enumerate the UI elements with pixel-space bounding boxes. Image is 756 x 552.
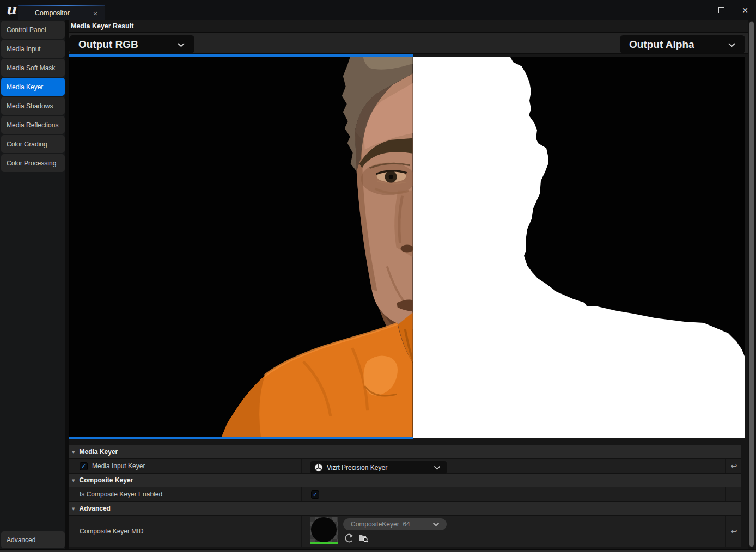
viewer-panel: Media Keyer Result Output RGB Output Alp…: [69, 20, 756, 552]
sidebar-item-label: Media Keyer: [7, 83, 43, 91]
reset-to-default-button[interactable]: ↩: [731, 462, 737, 470]
section-header-media-keyer[interactable]: ▾ Media Keyer: [69, 445, 741, 459]
window-close-button[interactable]: ✕: [739, 4, 752, 17]
sidebar-item-label: Media Reflections: [7, 121, 58, 129]
window-maximize-button[interactable]: [715, 4, 728, 17]
sidebar-item-media-soft-mask[interactable]: Media Soft Mask: [1, 59, 65, 77]
collapse-triangle-icon: ▾: [72, 477, 75, 484]
window-bottom-edge: [0, 550, 756, 552]
output-alpha-label: Output Alpha: [629, 39, 694, 51]
section-header-composite-keyer[interactable]: ▾ Composite Keyer: [69, 474, 741, 487]
tab-label: Compositor: [18, 6, 87, 20]
unreal-logo-icon: u: [4, 0, 18, 19]
sidebar-item-media-keyer[interactable]: Media Keyer: [1, 78, 65, 96]
sidebar-item-media-input[interactable]: Media Input: [1, 40, 65, 58]
keyer-class-dropdown[interactable]: Vizrt Precision Keyer: [310, 461, 447, 474]
vertical-scrollbar: [748, 20, 756, 550]
material-thumbnail-sphere: [311, 517, 337, 542]
section-header-advanced[interactable]: ▾ Advanced: [69, 502, 741, 516]
sidebar-item-color-grading[interactable]: Color Grading: [1, 135, 65, 153]
window-minimize-button[interactable]: —: [691, 4, 704, 17]
details-panel: ▾ Media Keyer ✓ Media Input Keyer: [69, 445, 741, 547]
row-is-composite-keyer-enabled: Is Composite Keyer Enabled ✓: [69, 487, 741, 502]
output-rgb-dropdown[interactable]: Output RGB: [69, 35, 194, 53]
sidebar-item-control-panel[interactable]: Control Panel: [1, 21, 65, 39]
output-rgb-label: Output RGB: [78, 39, 138, 51]
keyed-person-image: [69, 57, 413, 437]
reset-to-default-button[interactable]: ↩: [731, 527, 737, 536]
sidebar-item-label: Control Panel: [7, 26, 46, 34]
sidebar-item-label: Media Soft Mask: [7, 64, 55, 72]
material-thumbnail[interactable]: [310, 517, 338, 544]
alpha-preview-viewport[interactable]: [413, 57, 745, 438]
maximize-icon: [718, 7, 724, 13]
alpha-matte-image: [413, 57, 745, 438]
section-title: Composite Keyer: [80, 476, 133, 484]
sidebar-item-color-processing[interactable]: Color Processing: [1, 154, 65, 172]
collapse-triangle-icon: ▾: [72, 449, 75, 456]
sidebar-item-label: Advanced: [7, 536, 35, 544]
chevron-down-icon: [178, 43, 185, 47]
sidebar-item-media-shadows[interactable]: Media Shadows: [1, 97, 65, 115]
tab-compositor[interactable]: Compositor ✕: [18, 5, 105, 20]
vertical-scrollbar-thumb[interactable]: [749, 21, 754, 547]
sidebar-item-media-reflections[interactable]: Media Reflections: [1, 116, 65, 134]
composite-keyer-mid-value: CompositeKeyer_64: [351, 520, 410, 528]
material-thumbnail-type-bar: [310, 542, 338, 544]
viewer-title: Media Keyer Result: [69, 20, 748, 33]
row-media-input-keyer: ✓ Media Input Keyer Vizrt Precision Keye…: [69, 459, 741, 474]
sidebar-divider: [65, 20, 69, 552]
collapse-triangle-icon: ▾: [72, 505, 75, 512]
media-input-keyer-checkbox[interactable]: ✓: [80, 462, 88, 470]
is-composite-keyer-enabled-checkbox[interactable]: ✓: [311, 490, 319, 499]
browse-to-asset-button[interactable]: [359, 533, 369, 543]
tab-close-icon[interactable]: ✕: [91, 9, 100, 18]
sidebar-item-label: Media Input: [7, 45, 41, 53]
property-label: Composite Keyer MID: [80, 528, 143, 535]
sidebar-item-advanced[interactable]: Advanced: [1, 531, 65, 548]
sidebar: Control Panel Media Input Media Soft Mas…: [0, 20, 65, 550]
compositor-window: u Compositor ✕ — ✕ Control Panel Media I…: [0, 0, 756, 552]
row-composite-keyer-mid: Composite Keyer MID CompositeKeyer_64: [69, 516, 741, 547]
chevron-down-icon: [433, 523, 439, 526]
chevron-down-icon: [728, 43, 735, 47]
section-title: Media Keyer: [80, 448, 118, 456]
sidebar-item-label: Media Shadows: [7, 102, 53, 110]
rgb-viewport-bottom-border: [69, 437, 413, 439]
keyer-class-value: Vizrt Precision Keyer: [327, 464, 387, 471]
output-alpha-dropdown[interactable]: Output Alpha: [620, 35, 745, 53]
use-selected-asset-button[interactable]: [345, 533, 354, 543]
class-icon: [314, 463, 323, 472]
title-bar: u Compositor ✕ — ✕: [0, 0, 756, 20]
chevron-down-icon: [434, 466, 440, 470]
composite-keyer-mid-dropdown[interactable]: CompositeKeyer_64: [343, 518, 447, 530]
property-label: Media Input Keyer: [92, 462, 145, 470]
viewer-toolbar: Output RGB Output Alpha: [69, 33, 748, 54]
sidebar-item-label: Color Processing: [7, 160, 56, 167]
rgb-preview-viewport[interactable]: [69, 57, 413, 437]
sidebar-item-label: Color Grading: [7, 140, 47, 148]
section-title: Advanced: [80, 505, 111, 512]
property-label: Is Composite Keyer Enabled: [80, 490, 162, 498]
